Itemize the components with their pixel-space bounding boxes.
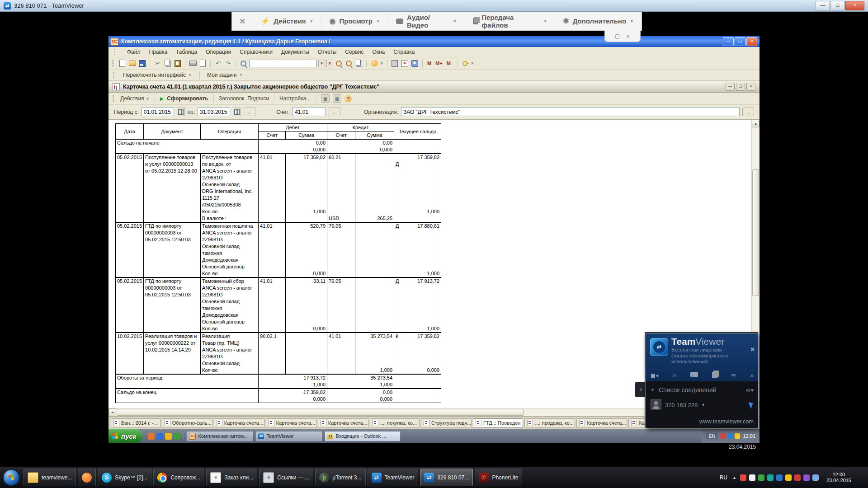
taskbar-button-links[interactable]: ≡Ссылки — ...: [259, 469, 313, 486]
mdi-window-button[interactable]: Карточка счета...: [266, 418, 316, 428]
cut-icon[interactable]: ✂: [153, 59, 162, 67]
host-language-indicator[interactable]: RU: [718, 474, 729, 481]
onec-window-titlebar[interactable]: 1С Комплексная автоматизация, редакция 1…: [108, 36, 760, 47]
search-input[interactable]: [249, 60, 317, 67]
menu-help[interactable]: Справка: [393, 49, 415, 55]
mdi-window-button[interactable]: Структура подч...: [421, 418, 472, 428]
report-minimize-button[interactable]: —: [726, 83, 735, 91]
print-icon[interactable]: [189, 59, 197, 67]
menu-edit[interactable]: Правка: [149, 49, 168, 55]
more-icon[interactable]: »: [750, 372, 754, 379]
menu-directories[interactable]: Справочники: [240, 49, 273, 55]
menu-operations[interactable]: Операции: [206, 49, 231, 55]
file-transfer-menu[interactable]: Передача файлов▼: [465, 12, 555, 30]
minimize-button[interactable]: —: [816, 1, 830, 10]
quick-launch-icon[interactable]: [165, 433, 172, 440]
recalc-value-icon[interactable]: [344, 59, 353, 67]
tray-icon[interactable]: [794, 474, 801, 481]
table-row[interactable]: 05.02.2015ГТД по импорту00000000003 от05…: [116, 277, 441, 333]
scroll-left-arrow[interactable]: ◄: [108, 408, 116, 416]
menu-documents[interactable]: Документы: [281, 49, 309, 55]
mdi-window-button[interactable]: ...: покупка, ко...: [370, 418, 420, 428]
calculator-icon[interactable]: [391, 59, 399, 67]
tray-icon[interactable]: [776, 474, 783, 481]
view-menu[interactable]: ◉Просмотр▼: [321, 12, 387, 30]
copy-icon[interactable]: [163, 59, 172, 67]
mdi-window-button[interactable]: ГТД..: Проведен: [473, 418, 523, 428]
headset-icon[interactable]: ∩: [672, 372, 676, 379]
taskbar-window-1c[interactable]: 1СКомплексная автом...: [186, 431, 253, 441]
taskbar-button-utorrent[interactable]: µµTorrent 3...: [315, 469, 365, 486]
calendar-picker-icon[interactable]: [233, 108, 241, 116]
connection-item[interactable]: 320 163 228 ▼: [646, 396, 758, 414]
organization-more-button[interactable]: ...: [742, 108, 754, 116]
taskbar-button-explorer[interactable]: teamviewe...: [24, 469, 76, 486]
tray-icon[interactable]: [812, 474, 819, 481]
tray-icon[interactable]: [758, 474, 764, 481]
tray-icon[interactable]: [727, 433, 733, 439]
period-from-field[interactable]: 01.01.2015: [142, 108, 174, 116]
connections-section[interactable]: ▼ Список соединений ⊛▾: [646, 381, 758, 396]
print-preview-icon[interactable]: [198, 59, 207, 67]
menu-reports[interactable]: Отчеты: [318, 49, 336, 55]
taskbar-window-outlook[interactable]: OВходящие - Outlook ...: [325, 431, 401, 441]
table-row[interactable]: Сальдо на начало0,000,0000,000,000: [116, 139, 441, 154]
maximize-button[interactable]: □: [830, 1, 845, 10]
period-more-button[interactable]: ...: [244, 108, 255, 116]
open-icon[interactable]: [128, 59, 137, 67]
help-icon[interactable]: ?: [344, 95, 352, 102]
clear-search-button[interactable]: ×: [326, 60, 333, 67]
table-row[interactable]: 05.02.2015ГТД по импорту00000000003 от05…: [116, 222, 441, 277]
signatures-button[interactable]: Подписи: [247, 95, 269, 102]
table-row[interactable]: 05.02.2015Поступление товарови услуг 000…: [116, 154, 441, 222]
tray-icon[interactable]: [720, 433, 726, 439]
my-tasks-button[interactable]: Мои задачи▼: [204, 70, 246, 80]
tray-icon[interactable]: [803, 474, 810, 481]
mdi-window-button[interactable]: Карточка счета...: [214, 418, 264, 428]
menu-table[interactable]: Таблица: [176, 49, 197, 55]
open-settings-icon[interactable]: ▦: [321, 94, 330, 103]
generate-button[interactable]: Сформировать: [167, 95, 208, 102]
menu-service[interactable]: Сервис: [345, 49, 363, 55]
tray-expand-icon[interactable]: ▲: [732, 475, 736, 480]
taskbar-button-session[interactable]: ⇄326 810 07...: [420, 469, 473, 486]
brush-icon[interactable]: ✏: [731, 372, 736, 379]
paste-icon[interactable]: [173, 59, 182, 67]
calendar-picker-icon[interactable]: [177, 108, 185, 116]
save-settings-icon[interactable]: ▦: [333, 94, 341, 103]
quick-launch-icon[interactable]: [174, 433, 180, 440]
tray-icon[interactable]: [767, 474, 774, 481]
tray-icon[interactable]: [749, 474, 755, 481]
teamviewer-link[interactable]: www.teamviewer.com: [699, 418, 754, 425]
mdi-window-button[interactable]: ...: продажа, ко...: [524, 418, 575, 428]
header-button[interactable]: Заголовок: [219, 95, 244, 102]
audio-video-menu[interactable]: Аудио/Видео▼: [388, 12, 465, 30]
new-document-icon[interactable]: [118, 59, 127, 67]
report-window-titlebar[interactable]: Карточка счета 41.01 (1 квартал 2015 г.)…: [108, 81, 760, 93]
host-clock[interactable]: 12:00 23.04.2015: [822, 472, 855, 483]
remote-minimize-button[interactable]: —: [723, 37, 734, 46]
key-icon[interactable]: [461, 59, 469, 67]
mdi-window-button[interactable]: Оборотно-саль...: [162, 418, 212, 428]
memory-plus-button[interactable]: M+: [434, 61, 444, 66]
info-icon[interactable]: i: [370, 59, 378, 67]
organization-field[interactable]: ЗАО "ДРГ Техсистемс": [401, 108, 740, 116]
memory-minus-button[interactable]: M-: [445, 61, 454, 66]
memory-m-button[interactable]: M: [426, 61, 433, 66]
save-icon[interactable]: [138, 59, 146, 67]
search-dropdown-button[interactable]: ▼: [318, 60, 325, 67]
mdi-window-button[interactable]: Карточка счета...: [318, 418, 368, 428]
quick-launch-icon[interactable]: [156, 433, 163, 440]
taskbar-button-firefox[interactable]: [78, 469, 96, 486]
remote-language-indicator[interactable]: EN: [706, 433, 717, 439]
switch-interface-button[interactable]: Переключить интерфейс▼: [120, 70, 195, 80]
calendar-icon[interactable]: 31: [401, 59, 409, 67]
gear-icon[interactable]: ⊛▾: [746, 387, 754, 394]
horizontal-scroll-thumb[interactable]: [117, 409, 524, 416]
chevron-down-icon[interactable]: ▼: [380, 61, 384, 66]
quick-launch-icon[interactable]: [148, 433, 155, 440]
panel-close-icon[interactable]: ×: [750, 345, 755, 353]
taskbar-button-chrome[interactable]: Сопровож...: [153, 469, 204, 486]
chat-icon[interactable]: [690, 372, 698, 377]
extras-menu[interactable]: ✱Дополнительно▼: [555, 12, 642, 30]
